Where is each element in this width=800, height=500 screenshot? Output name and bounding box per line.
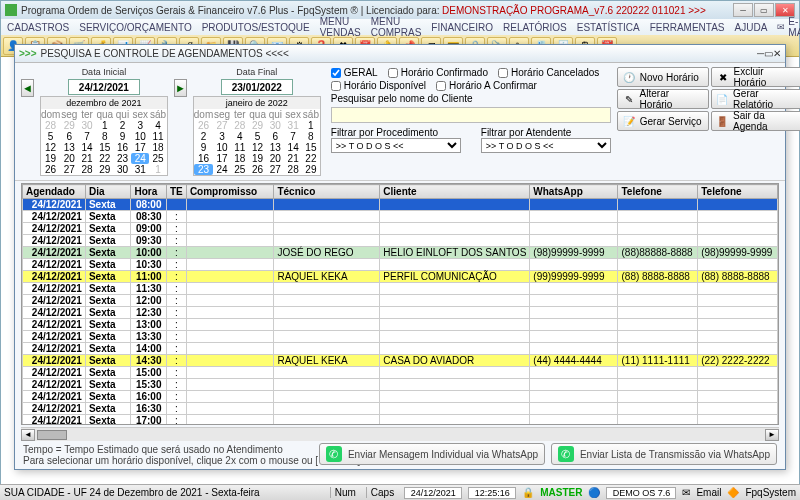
menu-ferramentas[interactable]: FERRAMENTAS [650, 22, 725, 33]
exit-icon: 🚪 [716, 114, 729, 128]
excluir-horario-button[interactable]: ✖Excluir Horário [711, 67, 800, 87]
col-compromisso[interactable]: Compromisso [186, 185, 274, 199]
scheduling-modal: >>> PESQUISA E CONTROLE DE AGENDAMENTOS … [14, 44, 786, 470]
status-master: MASTER [540, 487, 582, 498]
schedule-row[interactable]: 24/12/2021Sexta10:30: [23, 259, 778, 271]
menu-cadastros[interactable]: CADASTROS [7, 22, 69, 33]
schedule-row[interactable]: 24/12/2021Sexta13:30: [23, 331, 778, 343]
schedule-row[interactable]: 24/12/2021Sexta09:30: [23, 235, 778, 247]
menu-ajuda[interactable]: AJUDA [735, 22, 768, 33]
alterar-horario-button[interactable]: ✎Alterar Horário [617, 89, 709, 109]
schedule-row[interactable]: 24/12/2021Sexta11:00:RAQUEL KEKAPERFIL C… [23, 271, 778, 283]
chk-aconfirmar[interactable]: Horário A Confirmar [436, 80, 537, 91]
schedule-row[interactable]: 24/12/2021Sexta15:30: [23, 379, 778, 391]
col-dia[interactable]: Dia [85, 185, 131, 199]
schedule-row[interactable]: 24/12/2021Sexta16:00: [23, 391, 778, 403]
modal-title: PESQUISA E CONTROLE DE AGENDAMENTOS <<<< [41, 48, 289, 59]
schedule-row[interactable]: 24/12/2021Sexta17:00: [23, 415, 778, 426]
schedule-row[interactable]: 24/12/2021Sexta10:00:JOSÉ DO REGOHELIO E… [23, 247, 778, 259]
modal-maximize[interactable]: ▭ [764, 48, 773, 59]
filter-atend-select[interactable]: >> T O D O S << [481, 138, 611, 153]
schedule-row[interactable]: 24/12/2021Sexta15:00: [23, 367, 778, 379]
whatsapp-individual-button[interactable]: ✆Enviar Mensagem Individual via WhatsApp [319, 443, 545, 465]
col-telefone[interactable]: Telefone [698, 185, 778, 199]
status-date [404, 487, 462, 499]
col-hora[interactable]: Hora [131, 185, 166, 199]
app-title: Programa Ordem de Serviços Gerais & Fina… [21, 5, 439, 16]
report-icon: 📄 [716, 92, 729, 106]
col-técnico[interactable]: Técnico [274, 185, 380, 199]
calendar-dec: dezembro de 2021 domsegterquaquisexsáb28… [40, 96, 168, 176]
modal-minimize[interactable]: ─ [757, 48, 764, 59]
schedule-grid[interactable]: AgendadoDiaHoraTECompromissoTécnicoClien… [21, 183, 779, 425]
chk-cancelados[interactable]: Horário Cancelados [498, 67, 599, 78]
maximize-button[interactable]: ▭ [754, 3, 774, 17]
menu-estatística[interactable]: ESTATÍSTICA [577, 22, 640, 33]
filter-proc-select[interactable]: >> T O D O S << [331, 138, 461, 153]
menu-menu compras[interactable]: MENU COMPRAS [371, 16, 422, 38]
delete-icon: ✖ [716, 70, 730, 84]
arrows-icon: >>> [19, 48, 37, 59]
chk-confirmado[interactable]: Horário Confirmado [388, 67, 488, 78]
status-demo [606, 487, 676, 499]
action-buttons: 🕐Novo Horário ✖Excluir Horário ✎Alterar … [617, 67, 800, 176]
search-client-input[interactable] [331, 107, 611, 123]
gerar-relatorio-button[interactable]: 📄Gerar Relatório [711, 89, 800, 109]
novo-horario-button[interactable]: 🕐Novo Horário [617, 67, 709, 87]
sair-agenda-button[interactable]: 🚪Sair da Agenda [711, 111, 800, 131]
calendar-jan: janeiro de 2022 domsegterquaquisexsáb262… [193, 96, 321, 176]
schedule-row[interactable]: 24/12/2021Sexta16:30: [23, 403, 778, 415]
search-label: Pesquisar pelo nome do Cliente [331, 93, 611, 104]
menu-serviço/orçamento[interactable]: SERVIÇO/ORÇAMENTO [79, 22, 191, 33]
fpq-icon: 🔶 [727, 487, 739, 498]
modal-footer: Tempo = Tempo Estimado que será usado no… [15, 441, 785, 469]
col-cliente[interactable]: Cliente [380, 185, 530, 199]
menu-menu vendas[interactable]: MENU VENDAS [320, 16, 361, 38]
schedule-row[interactable]: 24/12/2021Sexta13:00: [23, 319, 778, 331]
demo-label: DEMONSTRAÇÃO PROGRAMA_v7.6 220222 011021… [442, 5, 706, 16]
status-bar: SUA CIDADE - UF 24 de Dezembro de 2021 -… [0, 484, 800, 500]
mail-icon: ✉ [682, 487, 690, 498]
menu-financeiro[interactable]: FINANCEIRO [431, 22, 493, 33]
col-whatsapp[interactable]: WhatsApp [530, 185, 618, 199]
close-button[interactable]: ✕ [775, 3, 795, 17]
clock-icon: 🕐 [622, 70, 636, 84]
service-icon: 📝 [622, 114, 636, 128]
lock-icon: 🔒 [522, 487, 534, 498]
col-agendado[interactable]: Agendado [23, 185, 86, 199]
schedule-row[interactable]: 24/12/2021Sexta12:30: [23, 307, 778, 319]
schedule-row[interactable]: 24/12/2021Sexta11:30: [23, 283, 778, 295]
prev-date-button[interactable]: ◄ [21, 79, 34, 97]
modal-title-bar: >>> PESQUISA E CONTROLE DE AGENDAMENTOS … [15, 45, 785, 63]
chk-geral[interactable]: GERAL [331, 67, 378, 78]
filter-proc-label: Filtrar por Procedimento [331, 127, 461, 138]
date-final-input[interactable] [221, 79, 293, 95]
col-te[interactable]: TE [166, 185, 186, 199]
schedule-row[interactable]: 24/12/2021Sexta14:30:RAQUEL KEKACASA DO … [23, 355, 778, 367]
schedule-row[interactable]: 24/12/2021Sexta14:00: [23, 343, 778, 355]
next-date-button[interactable]: ► [174, 79, 187, 97]
schedule-row[interactable]: 24/12/2021Sexta08:00 [23, 199, 778, 211]
menu-produtos/estoque[interactable]: PRODUTOS/ESTOQUE [202, 22, 310, 33]
schedule-row[interactable]: 24/12/2021Sexta08:30: [23, 211, 778, 223]
bullet-icon: 🔵 [588, 487, 600, 498]
minimize-button[interactable]: ─ [733, 3, 753, 17]
date-initial-input[interactable] [68, 79, 140, 95]
schedule-row[interactable]: 24/12/2021Sexta12:00: [23, 295, 778, 307]
col-telefone[interactable]: Telefone [618, 185, 698, 199]
app-icon [5, 4, 17, 16]
modal-close[interactable]: ✕ [773, 48, 781, 59]
chk-disponivel[interactable]: Horário Disponível [331, 80, 426, 91]
menu-relatórios[interactable]: RELATÓRIOS [503, 22, 567, 33]
schedule-row[interactable]: 24/12/2021Sexta09:00: [23, 223, 778, 235]
gerar-servico-button[interactable]: 📝Gerar Serviço [617, 111, 709, 131]
menu-bar[interactable]: CADASTROSSERVIÇO/ORÇAMENTOPRODUTOS/ESTOQ… [1, 19, 799, 35]
filter-panel: ◄ Data Inicial dezembro de 2021 domsegte… [15, 63, 785, 181]
email-button[interactable]: ✉ E-MAIL [777, 16, 800, 38]
whatsapp-icon: ✆ [326, 446, 342, 462]
whatsapp-lista-button[interactable]: ✆Enviar Lista de Transmissão via WhatsAp… [551, 443, 777, 465]
status-location: SUA CIDADE - UF 24 de Dezembro de 2021 -… [4, 487, 260, 498]
status-time [468, 487, 516, 499]
horizontal-scrollbar[interactable]: ◄ ► [21, 427, 779, 441]
whatsapp-icon: ✆ [558, 446, 574, 462]
